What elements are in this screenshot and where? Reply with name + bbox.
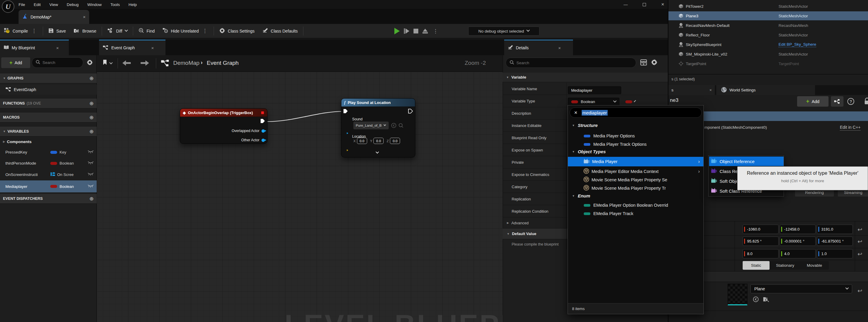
variable-name-input[interactable]: Mediaplayer bbox=[568, 86, 621, 94]
details-settings-gear-icon[interactable] bbox=[651, 59, 657, 67]
eject-button[interactable] bbox=[423, 29, 428, 33]
debug-object-select[interactable]: No debug object selected bbox=[468, 27, 539, 36]
reset-scale-icon[interactable]: ↩ bbox=[858, 251, 862, 257]
overlapped-actor-pin[interactable] bbox=[261, 129, 265, 133]
clear-search-icon[interactable]: × bbox=[574, 110, 578, 116]
rotation-y-input[interactable]: -0.000001 ° bbox=[780, 237, 816, 246]
menu-tools[interactable]: Tools bbox=[111, 2, 120, 7]
sound-asset-select[interactable]: Pure_Land_of_B bbox=[353, 121, 389, 129]
class-settings-button[interactable]: Class Settings bbox=[215, 24, 258, 38]
node-play-sound-at-location[interactable]: f Play Sound at Location Sound Pure_Land… bbox=[341, 98, 415, 157]
tab-details[interactable]: Details × bbox=[504, 40, 573, 55]
close-tab-icon[interactable]: × bbox=[558, 45, 561, 50]
close-tab-icon[interactable]: × bbox=[709, 88, 712, 92]
tab-my-blueprint[interactable]: My Blueprint × bbox=[0, 40, 69, 55]
find-button[interactable]: Find bbox=[135, 24, 159, 38]
static-mesh-thumbnail[interactable] bbox=[728, 284, 747, 305]
type-search-input[interactable]: × mediaplayer bbox=[570, 108, 702, 118]
browse-asset-icon[interactable] bbox=[398, 123, 404, 129]
forward-arrow-icon[interactable] bbox=[140, 60, 150, 68]
rotation-x-input[interactable]: 95.625 ° bbox=[743, 237, 778, 246]
display-filter-icon[interactable] bbox=[640, 60, 647, 67]
type-option[interactable]: Media Player Track Options bbox=[568, 140, 704, 148]
menu-help[interactable]: Help bbox=[128, 2, 137, 7]
outliner-row[interactable]: TargetPointTargetPoint bbox=[669, 59, 868, 68]
variable-group-components[interactable]: ▶Components bbox=[0, 138, 97, 145]
outliner-row[interactable]: RecastNavMesh-DefaultRecastNavMesh bbox=[669, 21, 868, 30]
tab-event-graph[interactable]: Event Graph × bbox=[99, 40, 165, 55]
location-y-input[interactable]: 0.0 bbox=[373, 138, 383, 144]
submenu-object-reference[interactable]: Object Reference bbox=[709, 156, 784, 166]
reset-location-icon[interactable]: ↩ bbox=[858, 226, 862, 233]
location-x-input[interactable]: 0.0 bbox=[357, 138, 367, 144]
variable-row-onscreeninstructions[interactable]: OnScreenInstructi On Scree bbox=[0, 169, 97, 180]
group-object-types[interactable]: ▼Object Types bbox=[572, 149, 606, 154]
type-option[interactable]: EMedia Player Track bbox=[568, 209, 704, 218]
scale-y-input[interactable]: 4.0 bbox=[780, 249, 816, 258]
use-selected-asset-icon[interactable] bbox=[753, 296, 759, 303]
tab-world-settings[interactable]: World Settings bbox=[716, 85, 815, 95]
add-function-icon[interactable]: ⊕ bbox=[90, 100, 94, 107]
section-macros[interactable]: MACROS⊕ bbox=[0, 113, 97, 122]
play-button[interactable] bbox=[394, 28, 400, 34]
type-option[interactable]: EMedia Player Option Boolean Overrid bbox=[568, 201, 704, 209]
eye-closed-icon[interactable] bbox=[88, 161, 94, 166]
close-tab-icon[interactable]: × bbox=[151, 45, 154, 50]
reset-mesh-icon[interactable]: ↩ bbox=[858, 287, 862, 294]
eye-closed-icon[interactable] bbox=[88, 150, 94, 154]
browse-to-asset-icon[interactable] bbox=[763, 296, 770, 303]
scale-x-input[interactable]: 8.0 bbox=[743, 249, 778, 258]
add-variable-icon[interactable]: ⊕ bbox=[90, 129, 94, 135]
edit-in-cpp-link[interactable]: Edit in C++ bbox=[840, 125, 861, 131]
menu-file[interactable]: File bbox=[19, 2, 25, 7]
section-functions[interactable]: FUNCTIONS(19 OVE⊕ bbox=[0, 99, 97, 108]
close-tab-icon[interactable]: × bbox=[83, 14, 86, 20]
reset-rotation-icon[interactable]: ↩ bbox=[858, 238, 862, 245]
tab-details-level[interactable]: s × bbox=[669, 85, 715, 95]
bookmark-icon[interactable] bbox=[103, 60, 107, 66]
container-type-select[interactable] bbox=[622, 99, 638, 105]
eye-closed-icon[interactable] bbox=[88, 172, 94, 177]
details-search-input[interactable] bbox=[506, 58, 636, 68]
type-option[interactable]: Media Player Editor Media Context › bbox=[568, 167, 704, 176]
mobility-movable[interactable]: Movable bbox=[801, 261, 828, 270]
hide-unrelated-kebab-icon[interactable]: ⋮ bbox=[202, 28, 208, 34]
compile-button[interactable]: ? Compile ⋮ bbox=[0, 24, 41, 38]
mobility-stationary[interactable]: Stationary bbox=[770, 261, 800, 270]
group-structure[interactable]: ▼Structure bbox=[572, 123, 598, 128]
node-onactorbeginoverlap[interactable]: ◆ OnActorBeginOverlap (TriggerBox) Overl… bbox=[180, 108, 268, 144]
outliner-row[interactable]: PitTower2StaticMeshActor bbox=[669, 2, 868, 11]
outliner-row[interactable]: SM_Mixpinski-Lite_v02StaticMeshActor bbox=[669, 49, 868, 59]
add-component-button[interactable]: +Add bbox=[797, 96, 829, 107]
menu-window[interactable]: Window bbox=[87, 2, 102, 7]
bookmark-chevron-icon[interactable] bbox=[109, 61, 113, 64]
section-event-dispatchers[interactable]: EVENT DISPATCHERS⊕ bbox=[0, 194, 97, 204]
scale-z-input[interactable]: 1.0 bbox=[817, 249, 853, 258]
type-option-media-player-selected[interactable]: Media Player › bbox=[568, 157, 704, 166]
location-y-input[interactable]: -12458.0 bbox=[780, 225, 816, 234]
add-button[interactable]: +Add bbox=[1, 57, 30, 68]
help-icon[interactable]: ? bbox=[847, 98, 854, 105]
maximize-button[interactable] bbox=[640, 1, 648, 8]
hide-unrelated-button[interactable]: Hide Unrelated ⋮ bbox=[159, 24, 212, 38]
blueprint-convert-button[interactable] bbox=[831, 96, 843, 107]
search-input[interactable] bbox=[32, 57, 83, 68]
compile-options-kebab-icon[interactable]: ⋮ bbox=[31, 28, 37, 34]
document-tab-demomap[interactable]: DemoMap* × bbox=[19, 10, 89, 24]
variable-row-pressedkey[interactable]: PressedKey Key bbox=[0, 147, 97, 158]
lock-icon[interactable] bbox=[864, 98, 868, 106]
back-arrow-icon[interactable] bbox=[122, 60, 131, 68]
other-actor-pin[interactable] bbox=[261, 139, 265, 142]
breadcrumb-graph[interactable]: Event Graph bbox=[207, 60, 239, 66]
menu-debug[interactable]: Debug bbox=[67, 2, 79, 7]
location-z-input[interactable]: 3191.0 bbox=[817, 225, 853, 234]
close-window-button[interactable]: × bbox=[659, 1, 666, 8]
breadcrumb-map[interactable]: DemoMap bbox=[173, 60, 199, 66]
exec-output-pin[interactable] bbox=[260, 118, 265, 124]
menu-view[interactable]: View bbox=[50, 2, 58, 7]
add-dispatcher-icon[interactable]: ⊕ bbox=[90, 195, 94, 202]
frame-skip-button[interactable] bbox=[404, 28, 409, 34]
outliner-row-selected[interactable]: Plane3StaticMeshActor bbox=[669, 11, 868, 20]
type-option[interactable]: Movie Scene Media Player Property Se bbox=[568, 176, 704, 184]
save-button[interactable]: Save bbox=[44, 24, 70, 38]
